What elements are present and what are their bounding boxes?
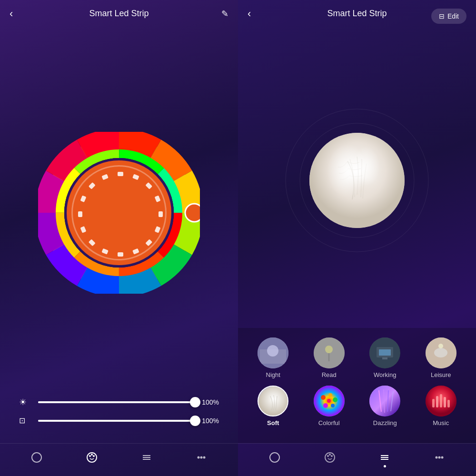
scene-colorful[interactable]: Colorful (307, 386, 350, 426)
right-nav-power[interactable] (268, 451, 281, 464)
brightness-slider[interactable] (38, 401, 195, 403)
scene-dazzling-label: Dazzling (373, 419, 397, 426)
left-edit-button[interactable]: ✎ (221, 9, 228, 19)
saturation-thumb[interactable] (190, 416, 200, 426)
edit-button[interactable]: ⊟ Edit (431, 9, 466, 24)
svg-point-30 (89, 455, 91, 457)
left-nav-more[interactable] (195, 451, 208, 464)
svg-point-31 (91, 454, 93, 456)
night-thumb-svg (258, 337, 288, 368)
svg-rect-27 (101, 174, 109, 180)
scene-working[interactable]: Working (364, 337, 407, 378)
scene-leisure-label: Leisure (431, 371, 451, 378)
more-icon (195, 451, 208, 464)
brightness-thumb[interactable] (190, 397, 200, 407)
svg-rect-51 (379, 349, 391, 356)
svg-rect-72 (440, 394, 442, 407)
scene-night[interactable]: Night (252, 337, 295, 378)
svg-point-63 (327, 399, 331, 403)
svg-point-83 (435, 456, 437, 459)
svg-rect-23 (80, 226, 86, 233)
svg-point-45 (267, 345, 278, 357)
svg-rect-21 (101, 248, 109, 254)
right-more-icon (433, 451, 446, 464)
brightness-value: 100% (200, 398, 219, 406)
svg-rect-71 (436, 396, 438, 407)
scenes-row-2: Soft (245, 386, 469, 426)
scene-music[interactable]: Music (419, 386, 462, 426)
svg-rect-20 (118, 252, 123, 257)
right-nav-palette[interactable] (323, 451, 337, 464)
left-nav-palette[interactable] (85, 451, 99, 464)
svg-point-78 (329, 454, 331, 456)
svg-point-61 (331, 404, 335, 407)
scene-soft-label: Soft (267, 419, 279, 426)
left-nav-power[interactable] (30, 451, 43, 464)
music-thumb-svg (426, 386, 456, 416)
svg-rect-25 (80, 195, 86, 202)
scene-read-label: Read (322, 371, 337, 378)
palette-icon (85, 451, 99, 464)
saturation-icon: ⊡ (19, 416, 33, 425)
scene-soft[interactable]: Soft (252, 386, 295, 426)
svg-rect-52 (382, 357, 387, 359)
read-thumb-svg (314, 337, 345, 368)
scene-leisure-thumb (426, 337, 456, 368)
left-header: ‹ Smart Led Strip ✎ (0, 0, 238, 23)
scenes-grid: Night Read (238, 328, 476, 443)
svg-point-59 (328, 393, 332, 397)
scene-dazzling[interactable]: Dazzling (364, 386, 407, 426)
color-wheel[interactable] (38, 132, 200, 294)
svg-point-84 (438, 456, 440, 459)
scene-colorful-label: Colorful (318, 419, 340, 426)
svg-rect-12 (118, 172, 123, 176)
brightness-row: ☀ 100% (19, 397, 219, 407)
scene-soft-thumb (258, 386, 288, 416)
colorful-thumb-svg (314, 386, 345, 416)
right-palette-icon (323, 451, 337, 464)
left-nav-list[interactable] (140, 451, 153, 464)
svg-point-77 (327, 455, 329, 457)
svg-rect-26 (89, 182, 96, 189)
saturation-row: ⊡ 100% (19, 416, 219, 425)
leisure-thumb-svg (426, 337, 456, 368)
scene-working-thumb (369, 337, 400, 368)
right-title: Smart Led Strip (327, 9, 387, 19)
edit-sliders-icon: ⊟ (439, 12, 445, 20)
scene-music-thumb (426, 386, 456, 416)
svg-rect-13 (132, 174, 139, 180)
scene-night-label: Night (266, 371, 280, 378)
scene-read[interactable]: Read (307, 337, 350, 378)
svg-point-32 (93, 455, 95, 457)
scene-dazzling-thumb (369, 386, 400, 416)
right-back-button[interactable]: ‹ (248, 8, 251, 20)
svg-point-79 (331, 455, 333, 457)
svg-point-62 (323, 403, 328, 408)
svg-point-55 (438, 344, 443, 348)
svg-point-54 (434, 348, 447, 357)
saturation-slider[interactable] (38, 420, 195, 422)
feather-texture (309, 133, 405, 228)
svg-point-47 (325, 346, 333, 353)
right-nav-list[interactable] (378, 451, 391, 464)
svg-rect-14 (145, 182, 152, 189)
right-nav-more[interactable] (433, 451, 446, 464)
svg-rect-16 (159, 211, 163, 217)
left-back-button[interactable]: ‹ (10, 8, 13, 20)
svg-point-11 (185, 204, 200, 222)
scene-display (309, 33, 405, 328)
svg-rect-15 (155, 195, 161, 202)
svg-point-58 (321, 395, 326, 400)
right-list-icon (378, 451, 391, 464)
led-ring (71, 165, 167, 260)
scene-working-label: Working (374, 371, 396, 378)
right-power-icon (268, 451, 281, 464)
svg-point-38 (203, 456, 205, 459)
color-wheel-section (38, 33, 200, 392)
svg-point-37 (200, 456, 202, 459)
scene-leisure[interactable]: Leisure (419, 337, 462, 378)
color-display-circle (67, 160, 171, 265)
svg-point-75 (270, 453, 279, 462)
edit-label: Edit (447, 12, 459, 20)
svg-point-56 (258, 387, 288, 416)
